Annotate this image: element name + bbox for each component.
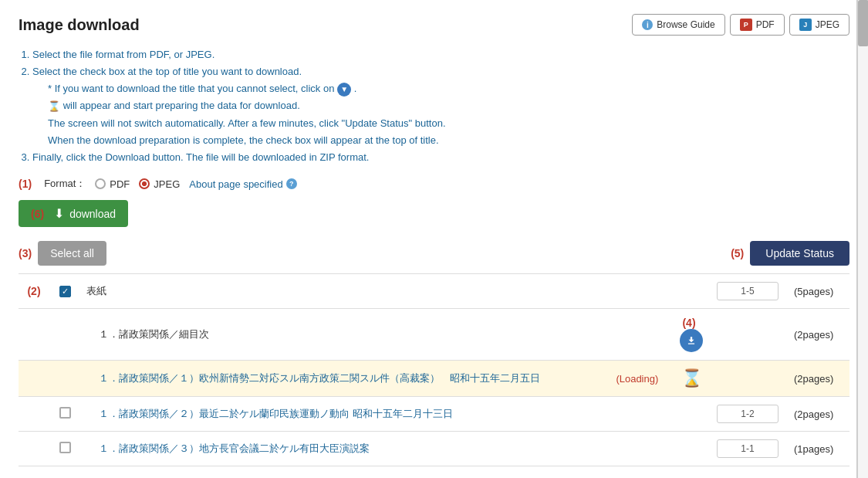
jpeg-radio-circle[interactable] <box>139 178 150 189</box>
jpeg-label: JPEG <box>816 19 839 30</box>
jpeg-button[interactable]: J JPEG <box>789 14 849 36</box>
row4-title-link[interactable]: １．諸政策関係／２）最近二於ケル蘭印民族運動ノ動向 昭和十五年二月十三日 <box>99 408 453 419</box>
download-label: download <box>69 208 116 220</box>
checkbox-unchecked[interactable] <box>59 442 71 453</box>
row5-title-link[interactable]: １．諸政策関係／３）地方長官会議二於ケル有田大臣演説案 <box>99 442 370 454</box>
about-page-link[interactable]: About page specified ? <box>189 178 296 190</box>
download-circle-button[interactable] <box>680 329 703 352</box>
instructions: Select the file format from PDF, or JPEG… <box>19 46 849 166</box>
jpeg-radio-option[interactable]: JPEG <box>139 178 180 190</box>
checkbox-unchecked[interactable] <box>59 407 71 419</box>
pdf-radio-circle[interactable] <box>95 178 106 189</box>
update-status-button[interactable]: Update Status <box>750 241 849 266</box>
select-all-num-label: (3) <box>19 247 32 259</box>
browse-guide-button[interactable]: i Browse Guide <box>632 14 724 36</box>
update-area: (5) Update Status <box>731 241 849 266</box>
row3-title[interactable]: １．諸政策関係／１）欧州新情勢二対応スル南方政策二関スル件（高裁案） 昭和十五年… <box>80 361 610 397</box>
row4-title[interactable]: １．諸政策関係／２）最近二於ケル蘭印民族運動ノ動向 昭和十五年二月十三日 <box>80 397 610 432</box>
download-arrow-icon: ⬇ <box>54 206 64 221</box>
row2-pages-count: (2pages) <box>788 309 849 361</box>
note1: * If you want to download the title that… <box>32 80 849 97</box>
row3-loading-label: (Loading) <box>610 361 672 397</box>
pdf-radio-label: PDF <box>110 178 130 190</box>
jpeg-radio-label: JPEG <box>154 178 180 190</box>
select-all-button[interactable]: Select all <box>38 241 106 266</box>
hourglass-note-icon: ⌛ <box>48 98 60 115</box>
pdf-radio-option[interactable]: PDF <box>95 178 130 190</box>
scrollbar-thumb[interactable] <box>858 0 868 46</box>
table-row-loading: １．諸政策関係／１）欧州新情勢二対応スル南方政策二関スル件（高裁案） 昭和十五年… <box>19 361 849 397</box>
row2-title: １．諸政策関係／細目次 <box>80 309 610 361</box>
about-page-label: About page specified <box>189 178 282 190</box>
row1-num-label: (2) <box>19 274 49 309</box>
info-icon: i <box>642 19 653 30</box>
jpeg-icon: J <box>799 19 812 31</box>
page-title: Image download <box>19 16 140 34</box>
format-num-label: (1) <box>19 178 32 190</box>
row1-title: 表紙 <box>80 274 610 309</box>
row5-checkbox-cell[interactable] <box>49 432 80 466</box>
note3: The screen will not switch automatically… <box>32 115 849 132</box>
row3-hourglass-cell: ⌛ <box>672 361 711 397</box>
row4-checkbox-cell[interactable] <box>49 397 80 432</box>
row3-pages-count: (2pages) <box>788 361 849 397</box>
note2: ⌛ will appear and start preparing the da… <box>32 97 849 115</box>
row3-title-link[interactable]: １．諸政策関係／１）欧州新情勢二対応スル南方政策二関スル件（高裁案） 昭和十五年… <box>99 372 540 384</box>
pdf-button[interactable]: P PDF <box>730 14 785 36</box>
row1-checkbox-cell[interactable]: ✓ <box>49 274 80 309</box>
row5-pages-count: (1pages) <box>788 432 849 466</box>
row2-dl-button-cell[interactable]: (4) <box>672 309 711 361</box>
row1-dl-icon <box>672 274 711 309</box>
step1-text: Select the file format from PDF, or JPEG… <box>32 49 214 60</box>
format-row: (1) Format： PDF JPEG About page specifie… <box>19 177 849 191</box>
row1-page-input-cell[interactable] <box>711 274 788 309</box>
row1-page-input[interactable] <box>717 282 778 300</box>
row1-pages-count: (5pages) <box>788 274 849 309</box>
format-label: Format： <box>44 177 86 191</box>
update-num-label: (5) <box>731 247 744 259</box>
table-row: (2) ✓ 表紙 (5pages) <box>19 274 849 309</box>
download-button[interactable]: (6) ⬇ download <box>19 200 128 227</box>
note4: When the download preparation is complet… <box>32 132 849 149</box>
hourglass-icon: ⌛ <box>681 368 702 388</box>
header-row: Image download i Browse Guide P PDF J JP… <box>19 14 849 36</box>
pdf-icon: P <box>740 19 752 31</box>
row5-title[interactable]: １．諸政策関係／３）地方長官会議二於ケル有田大臣演説案 <box>80 432 610 466</box>
row5-page-input[interactable] <box>717 439 778 458</box>
row4-pages-count: (2pages) <box>788 397 849 432</box>
step3-text: Finally, click the Download button. The … <box>32 151 369 163</box>
table-row: １．諸政策関係／２）最近二於ケル蘭印民族運動ノ動向 昭和十五年二月十三日 (2p… <box>19 397 849 432</box>
checkbox-checked[interactable]: ✓ <box>59 286 71 297</box>
download-icon-inline: ▼ <box>337 83 351 97</box>
step2-text: Select the check box at the top of title… <box>32 66 302 77</box>
header-buttons: i Browse Guide P PDF J JPEG <box>632 14 849 36</box>
select-all-area: (3) Select all <box>19 241 106 266</box>
table-row: １．諸政策関係／３）地方長官会議二於ケル有田大臣演説案 (1pages) <box>19 432 849 466</box>
question-icon: ? <box>286 178 297 189</box>
download-count-label: (6) <box>31 208 44 220</box>
table-row: １．諸政策関係／細目次 (4) (2pages) <box>19 309 849 361</box>
row4-page-input-cell[interactable] <box>711 397 788 432</box>
controls-row: (3) Select all (5) Update Status <box>19 241 849 266</box>
row4-page-input[interactable] <box>717 405 778 423</box>
pdf-label: PDF <box>756 19 775 30</box>
browse-guide-label: Browse Guide <box>657 19 714 30</box>
items-table: (2) ✓ 表紙 (5pages) １．諸政策関係／細目次 <box>19 273 849 466</box>
download-btn-row: (6) ⬇ download <box>19 200 849 227</box>
row5-page-input-cell[interactable] <box>711 432 788 466</box>
scrollbar-track[interactable] <box>857 0 868 478</box>
